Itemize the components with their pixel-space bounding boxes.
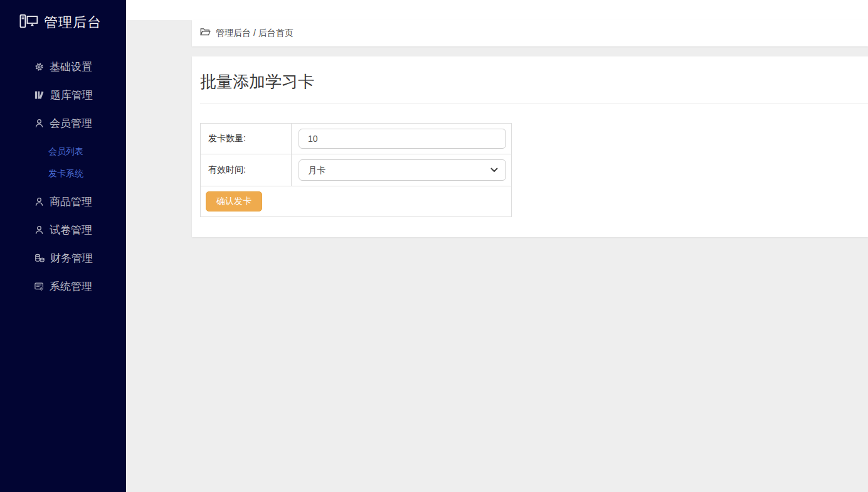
validity-label: 有效时间: <box>201 154 292 186</box>
card-issue-form: 发卡数量: 有效时间: 月卡 <box>200 123 512 217</box>
form-row-quantity: 发卡数量: <box>201 124 512 154</box>
system-gear-icon <box>34 282 44 291</box>
submenu-item-label: 发卡系统 <box>48 168 83 179</box>
gear-icon <box>34 62 44 72</box>
sidebar-item-system[interactable]: 系统管理 <box>0 272 126 301</box>
sidebar-subitem-card-issue-system[interactable]: 发卡系统 <box>0 163 126 184</box>
content-background: 管理后台 / 后台首页 批量添加学习卡 发卡数量: 有效时间: <box>126 20 868 492</box>
validity-select-wrap: 月卡 <box>299 159 506 181</box>
breadcrumb-path: 管理后台 / 后台首页 <box>216 28 294 39</box>
desktop-icon <box>19 14 38 31</box>
quantity-label: 发卡数量: <box>201 124 292 154</box>
folder-open-icon <box>200 28 211 39</box>
sidebar-item-basic-settings[interactable]: 基础设置 <box>0 53 126 81</box>
sidebar-item-label: 财务管理 <box>50 251 93 265</box>
sidebar: 管理后台 基础设置 <box>0 0 126 492</box>
page-title: 批量添加学习卡 <box>192 56 868 91</box>
title-divider <box>200 104 868 104</box>
confirm-issue-button[interactable]: 确认发卡 <box>206 191 262 211</box>
sidebar-item-label: 基础设置 <box>50 60 92 74</box>
sidebar-item-finance[interactable]: 财务管理 <box>0 244 126 272</box>
sidebar-item-label: 题库管理 <box>50 88 93 102</box>
sidebar-item-members[interactable]: 会员管理 <box>0 109 126 137</box>
sidebar-item-test-papers[interactable]: 试卷管理 <box>0 216 126 244</box>
logo[interactable]: 管理后台 <box>0 0 126 45</box>
app-title: 管理后台 <box>44 13 102 32</box>
person-icon <box>34 119 44 128</box>
quantity-input[interactable] <box>299 129 506 149</box>
person-icon <box>34 197 44 206</box>
sidebar-nav: 基础设置 题库管理 <box>0 53 126 301</box>
sidebar-item-products[interactable]: 商品管理 <box>0 188 126 216</box>
breadcrumb: 管理后台 / 后台首页 <box>192 20 868 46</box>
sidebar-item-label: 系统管理 <box>50 279 92 294</box>
sidebar-item-label: 会员管理 <box>50 116 92 131</box>
person-icon <box>34 225 44 235</box>
members-submenu: 会员列表 发卡系统 <box>0 137 126 188</box>
books-icon <box>34 90 45 100</box>
submenu-item-label: 会员列表 <box>48 146 83 158</box>
validity-select[interactable]: 月卡 <box>299 159 506 181</box>
app-window: 管理后台 基础设置 <box>0 0 868 492</box>
sidebar-item-label: 试卷管理 <box>50 223 92 237</box>
sidebar-item-label: 商品管理 <box>50 195 92 209</box>
sidebar-item-question-bank[interactable]: 题库管理 <box>0 81 126 109</box>
form-row-validity: 有效时间: 月卡 <box>201 154 512 186</box>
content-panel: 批量添加学习卡 发卡数量: 有效时间: <box>192 56 868 237</box>
sidebar-subitem-member-list[interactable]: 会员列表 <box>0 141 126 163</box>
form-row-submit: 确认发卡 <box>201 186 512 217</box>
coins-icon <box>34 254 45 263</box>
main-column: 管理后台 / 后台首页 批量添加学习卡 发卡数量: 有效时间: <box>126 0 868 492</box>
